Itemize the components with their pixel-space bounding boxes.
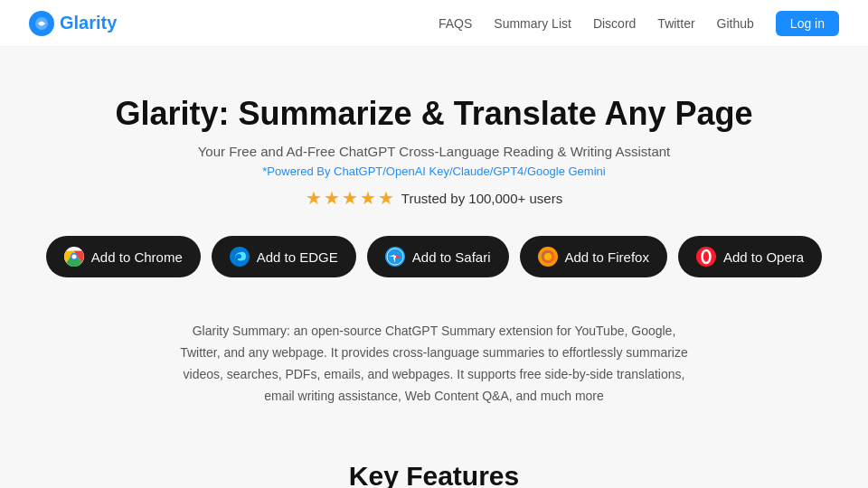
add-to-edge-button[interactable]: Add to EDGE (212, 236, 356, 277)
add-to-safari-button[interactable]: Add to Safari (367, 236, 509, 277)
opera-button-label: Add to Opera (723, 249, 804, 265)
svg-point-15 (544, 253, 552, 260)
key-features-section: Key Features Efficient (112, 443, 756, 488)
star-1: ★ (306, 187, 322, 209)
add-to-opera-button[interactable]: Add to Opera (678, 236, 822, 277)
nav-twitter[interactable]: Twitter (657, 16, 694, 31)
navbar: Glarity FAQS Summary List Discord Twitte… (0, 0, 868, 47)
nav-links: FAQS Summary List Discord Twitter Github… (439, 11, 839, 36)
trust-badge: ★ ★ ★ ★ ★ Trusted by 100,000+ users (306, 187, 562, 209)
firefox-icon (538, 247, 558, 267)
add-to-chrome-button[interactable]: Add to Chrome (46, 236, 201, 277)
edge-icon (230, 247, 250, 267)
hero-title: Glarity: Summarize & Translate Any Page (116, 94, 753, 133)
hero-description: Glarity Summary: an open-source ChatGPT … (154, 321, 714, 407)
chrome-button-label: Add to Chrome (91, 249, 183, 265)
star-rating: ★ ★ ★ ★ ★ (306, 187, 394, 209)
star-5: ★ (378, 187, 394, 209)
nav-faqs[interactable]: FAQS (439, 16, 472, 31)
svg-point-5 (230, 247, 250, 267)
hero-powered: *Powered By ChatGPT/OpenAI Key/Claude/GP… (262, 164, 605, 178)
logo-icon (29, 11, 54, 36)
firefox-button-label: Add to Firefox (565, 249, 649, 265)
safari-icon (385, 247, 405, 267)
star-2: ★ (324, 187, 340, 209)
chrome-icon (64, 247, 84, 267)
trust-text: Trusted by 100,000+ users (401, 191, 562, 206)
browser-buttons-group: Add to Chrome Add to EDGE Add to S (46, 236, 822, 277)
hero-section: Glarity: Summarize & Translate Any Page … (0, 47, 868, 488)
safari-button-label: Add to Safari (412, 249, 491, 265)
opera-icon (696, 247, 716, 267)
add-to-firefox-button[interactable]: Add to Firefox (520, 236, 667, 277)
edge-button-label: Add to EDGE (257, 249, 338, 265)
logo-text: Glarity (60, 13, 117, 33)
nav-github[interactable]: Github (717, 16, 754, 31)
logo[interactable]: Glarity (29, 11, 117, 36)
hero-subtitle: Your Free and Ad-Free ChatGPT Cross-Lang… (198, 144, 671, 159)
svg-point-4 (71, 255, 76, 259)
nav-summary-list[interactable]: Summary List (494, 16, 571, 31)
star-3: ★ (342, 187, 358, 209)
key-features-title: Key Features (112, 461, 756, 488)
nav-discord[interactable]: Discord (593, 16, 636, 31)
star-4: ★ (360, 187, 376, 209)
svg-point-12 (394, 256, 396, 258)
login-button[interactable]: Log in (776, 11, 839, 36)
